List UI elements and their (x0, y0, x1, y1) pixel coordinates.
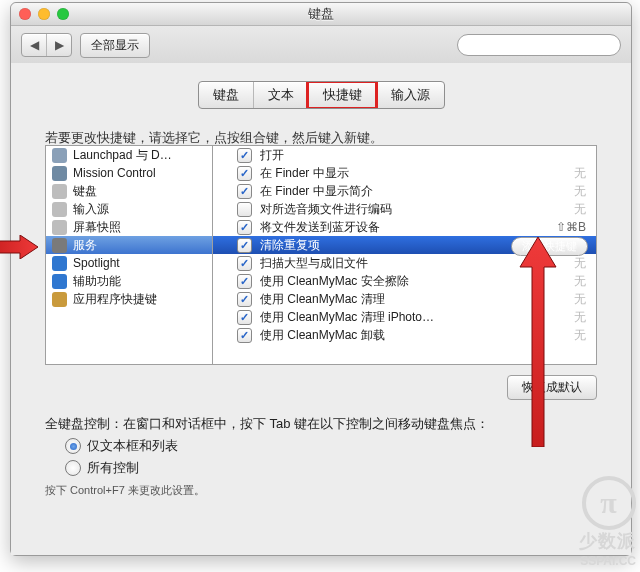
checkbox[interactable] (237, 292, 252, 307)
sidebar-item-label: 应用程序快捷键 (73, 291, 157, 308)
sidebar-item-label: 输入源 (73, 201, 109, 218)
sidebar-item-label: 键盘 (73, 183, 97, 200)
back-icon[interactable]: ◀ (22, 34, 46, 56)
shortcut-key: ⇧⌘B (556, 220, 586, 234)
full-keyboard-access: 全键盘控制：在窗口和对话框中，按下 Tab 键在以下控制之间移动键盘焦点： 仅文… (45, 415, 597, 477)
sidebar-item-input[interactable]: 输入源 (46, 200, 212, 218)
sidebar-item-keyboard[interactable]: 键盘 (46, 182, 212, 200)
checkbox[interactable] (237, 220, 252, 235)
sidebar-item-label: Mission Control (73, 166, 156, 180)
tab-1[interactable]: 文本 (253, 82, 308, 108)
shortcut-none: 无 (574, 255, 586, 272)
checkbox[interactable] (237, 310, 252, 325)
search-input[interactable] (457, 34, 621, 56)
checkbox[interactable] (237, 148, 252, 163)
shortcut-none: 无 (574, 291, 586, 308)
sidebar-item-label: 辅助功能 (73, 273, 121, 290)
sidebar-item-spotlight[interactable]: Spotlight (46, 254, 212, 272)
tab-bar: 键盘文本快捷键输入源 (198, 81, 445, 109)
sidebar-item-a11y[interactable]: 辅助功能 (46, 272, 212, 290)
shortcut-none: 无 (574, 273, 586, 290)
nav-back-forward[interactable]: ◀ ▶ (21, 33, 72, 57)
checkbox[interactable] (237, 328, 252, 343)
fka-prompt: 全键盘控制：在窗口和对话框中，按下 Tab 键在以下控制之间移动键盘焦点： (45, 415, 597, 433)
shortcut-label: 将文件发送到蓝牙设备 (260, 219, 380, 236)
shortcut-none: 无 (574, 327, 586, 344)
checkbox[interactable] (237, 166, 252, 181)
checkbox[interactable] (237, 274, 252, 289)
shortcut-label: 扫描大型与成旧文件 (260, 255, 368, 272)
shortcut-label: 使用 CleanMyMac 卸载 (260, 327, 385, 344)
services-icon (52, 238, 67, 253)
shortcut-label: 清除重复项 (260, 237, 320, 254)
mission-icon (52, 166, 67, 181)
checkbox[interactable] (237, 184, 252, 199)
spotlight-icon (52, 256, 67, 271)
screenshot-icon (52, 220, 67, 235)
fka-all-controls-radio[interactable]: 所有控制 (65, 459, 597, 477)
fka-opt2-label: 所有控制 (87, 459, 139, 477)
checkbox[interactable] (237, 238, 252, 253)
input-icon (52, 202, 67, 217)
annotation-arrow-left (0, 235, 38, 259)
show-all-button[interactable]: 全部显示 (80, 33, 150, 58)
shortcut-label: 在 Finder 中显示 (260, 165, 349, 182)
shortcut-row[interactable]: 在 Finder 中显示无 (213, 164, 596, 182)
sidebar-item-label: Launchpad 与 D… (73, 147, 172, 164)
shortcut-none: 无 (574, 201, 586, 218)
search-field[interactable] (464, 37, 618, 53)
sidebar-item-screenshot[interactable]: 屏幕快照 (46, 218, 212, 236)
pi-icon: π (582, 476, 636, 530)
shortcut-label: 打开 (260, 147, 284, 164)
shortcut-label: 使用 CleanMyMac 清理 iPhoto… (260, 309, 434, 326)
sidebar-item-label: Spotlight (73, 256, 120, 270)
shortcut-row[interactable]: 对所选音频文件进行编码无 (213, 200, 596, 218)
window-title: 键盘 (11, 5, 631, 23)
wm-line1: 少数派 (579, 531, 636, 551)
checkbox[interactable] (237, 202, 252, 217)
app-icon (52, 292, 67, 307)
sidebar-item-label: 服务 (73, 237, 97, 254)
keyboard-icon (52, 184, 67, 199)
shortcut-label: 对所选音频文件进行编码 (260, 201, 392, 218)
sidebar-item-mission[interactable]: Mission Control (46, 164, 212, 182)
tab-2[interactable]: 快捷键 (308, 82, 376, 108)
radio-icon (65, 438, 81, 454)
a11y-icon (52, 274, 67, 289)
radio-icon (65, 460, 81, 476)
annotation-arrow-up (518, 237, 558, 447)
category-list[interactable]: Launchpad 与 D…Mission Control键盘输入源屏幕快照服务… (45, 145, 212, 365)
shortcut-none: 无 (574, 165, 586, 182)
shortcut-row[interactable]: 打开 (213, 146, 596, 164)
sidebar-item-launchpad[interactable]: Launchpad 与 D… (46, 146, 212, 164)
sidebar-item-services[interactable]: 服务 (46, 236, 212, 254)
shortcut-label: 在 Finder 中显示简介 (260, 183, 373, 200)
tab-3[interactable]: 输入源 (376, 82, 444, 108)
toolbar: ◀ ▶ 全部显示 (11, 26, 631, 65)
sidebar-item-app[interactable]: 应用程序快捷键 (46, 290, 212, 308)
wm-line2: SSPAI.CC (580, 554, 636, 568)
fka-hint: 按下 Control+F7 来更改此设置。 (45, 483, 205, 498)
sidebar-item-label: 屏幕快照 (73, 219, 121, 236)
watermark: π 少数派 SSPAI.CC (579, 476, 636, 568)
titlebar: 键盘 (11, 3, 631, 26)
shortcut-none: 无 (574, 183, 586, 200)
fka-opt1-label: 仅文本框和列表 (87, 437, 178, 455)
shortcut-label: 使用 CleanMyMac 清理 (260, 291, 385, 308)
shortcut-row[interactable]: 在 Finder 中显示简介无 (213, 182, 596, 200)
shortcut-row[interactable]: 将文件发送到蓝牙设备⇧⌘B (213, 218, 596, 236)
svg-marker-2 (0, 235, 38, 259)
shortcut-none: 无 (574, 309, 586, 326)
tab-0[interactable]: 键盘 (199, 82, 253, 108)
checkbox[interactable] (237, 256, 252, 271)
shortcut-label: 使用 CleanMyMac 安全擦除 (260, 273, 409, 290)
forward-icon[interactable]: ▶ (46, 34, 71, 56)
svg-marker-3 (520, 237, 556, 447)
shortcut-panes: Launchpad 与 D…Mission Control键盘输入源屏幕快照服务… (45, 145, 597, 365)
launchpad-icon (52, 148, 67, 163)
